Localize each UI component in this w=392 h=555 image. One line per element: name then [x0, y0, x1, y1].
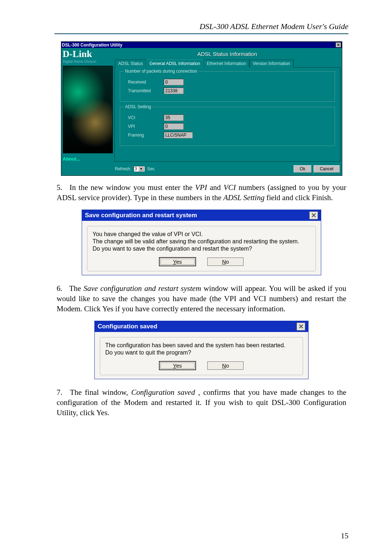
transmitted-value: 21338 [164, 88, 184, 94]
step-5-vci: VCI [224, 183, 236, 192]
screenshot-save-dialog: Save configuration and restart system ✕ … [82, 210, 321, 275]
refresh-label: Refresh: [115, 166, 131, 171]
refresh-value: 3 [135, 166, 137, 171]
yes-button[interactable]: Yes [159, 258, 196, 266]
save-dialog-line2: The change will be valid after saving th… [93, 238, 299, 244]
no-button[interactable]: No [207, 361, 244, 370]
panel-banner: ADSL Status Information [114, 49, 340, 59]
chevron-down-icon[interactable]: ▼ [139, 167, 144, 171]
vpi-label: VPI [128, 124, 157, 129]
framing-value: LLC/SNAP [164, 132, 193, 138]
save-dialog-line3: Do you want to save the configuration an… [93, 246, 252, 252]
screenshot-config-utility: DSL-300 Configuration Utility ✕ D-Link D… [61, 41, 342, 176]
group-adsl-title: ADSL Setting [124, 104, 153, 109]
step-7-text-a: The final window, [70, 388, 131, 397]
screenshot-saved-dialog: Configuration saved ✕ The configuration … [94, 321, 309, 379]
save-dialog-text: You have changed the value of VPI or VCI… [93, 231, 310, 252]
saved-dialog-text: The configuration has been saved and the… [105, 342, 298, 356]
group-packets-title: Number of packets during connection [124, 69, 199, 74]
received-label: Received [128, 80, 157, 85]
bottom-bar: Refresh: 3 ▼ Sec Ok Cancel [61, 163, 342, 175]
saved-dialog-line1: The configuration has been saved and the… [105, 342, 285, 348]
yes-button[interactable]: Yes [159, 361, 196, 370]
step-5-vpi: VPI [195, 183, 207, 192]
step-6-ital: Save configuration and restart system [83, 284, 201, 293]
no-rest: o [226, 259, 229, 265]
yes-underline: Y [173, 259, 176, 265]
saved-dialog-titlebar: Configuration saved ✕ [95, 321, 308, 332]
window-title: DSL-300 Configuration Utility [62, 42, 335, 48]
ok-button[interactable]: Ok [294, 165, 311, 173]
framing-label: Framing [128, 133, 157, 138]
save-dialog-titlebar: Save configuration and restart system ✕ [82, 210, 321, 221]
sidebar: D-Link Digital Home Divison About... [63, 49, 113, 162]
sidebar-artwork [63, 66, 113, 153]
no-rest: o [226, 362, 229, 369]
step-5-number: 5. [57, 182, 67, 193]
close-icon[interactable]: ✕ [309, 211, 318, 219]
yes-rest: es [176, 362, 182, 369]
step-5: 5. In the new window you must enter the … [57, 182, 346, 203]
refresh-unit: Sec [147, 166, 155, 171]
header-rule [54, 33, 348, 34]
yes-underline: Y [173, 362, 176, 369]
step-7-ital: Configuration saved [131, 388, 195, 397]
step-5-text-d: field and click Finish. [266, 193, 333, 202]
saved-dialog-title: Configuration saved [98, 323, 297, 330]
tab-general-adsl-info[interactable]: General ADSL Information [146, 60, 204, 68]
step-5-text-a: In the new window you must enter the [70, 183, 195, 192]
step-7-number: 7. [57, 387, 67, 397]
vci-value: 35 [164, 114, 184, 121]
step-5-adsl-setting: ADSL Setting [223, 193, 264, 202]
page-number: 15 [341, 531, 348, 540]
transmitted-label: Transmitted [128, 88, 157, 93]
close-icon[interactable]: ✕ [297, 323, 305, 331]
tab-strip: ADSL Status General ADSL Information Eth… [114, 59, 340, 67]
step-6-number: 6. [57, 283, 67, 293]
group-packets: Number of packets during connection Rece… [120, 71, 335, 102]
cancel-button[interactable]: Cancel [314, 165, 339, 173]
no-button[interactable]: No [207, 258, 244, 266]
tab-content: Number of packets during connection Rece… [114, 67, 340, 162]
brand-logo: D-Link [63, 49, 113, 59]
step-7: 7. The final window, Configuration saved… [57, 387, 346, 418]
save-dialog-title: Save configuration and restart system [85, 212, 309, 219]
brand-subtitle: Digital Home Divison [63, 60, 113, 64]
tab-adsl-status[interactable]: ADSL Status [115, 60, 146, 68]
vci-label: VCI [128, 115, 157, 120]
close-icon[interactable]: ✕ [335, 42, 341, 48]
about-link[interactable]: About... [63, 156, 113, 162]
yes-rest: es [176, 259, 182, 265]
tab-version-info[interactable]: Version Information [249, 60, 293, 68]
step-6-text-a: The [69, 284, 83, 293]
save-dialog-line1: You have changed the value of VPI or VCI… [93, 231, 203, 237]
received-value: 0 [164, 79, 184, 85]
group-adsl-setting: ADSL Setting VCI 35 VPI 0 Framing [120, 107, 335, 146]
window-titlebar: DSL-300 Configuration Utility ✕ [61, 42, 342, 48]
vpi-value: 0 [164, 123, 184, 130]
no-underline: N [222, 362, 226, 369]
saved-dialog-line2: Do you want to quit the program? [105, 349, 191, 356]
step-5-text-b: and [210, 183, 224, 192]
running-head: DSL-300 ADSL Ethernet Modem User's Guide [54, 22, 348, 31]
step-6: 6. The Save configuration and restart sy… [57, 283, 346, 314]
refresh-select[interactable]: 3 ▼ [134, 166, 145, 172]
tab-ethernet-info[interactable]: Ethernet Information [203, 60, 249, 68]
no-underline: N [222, 259, 226, 265]
